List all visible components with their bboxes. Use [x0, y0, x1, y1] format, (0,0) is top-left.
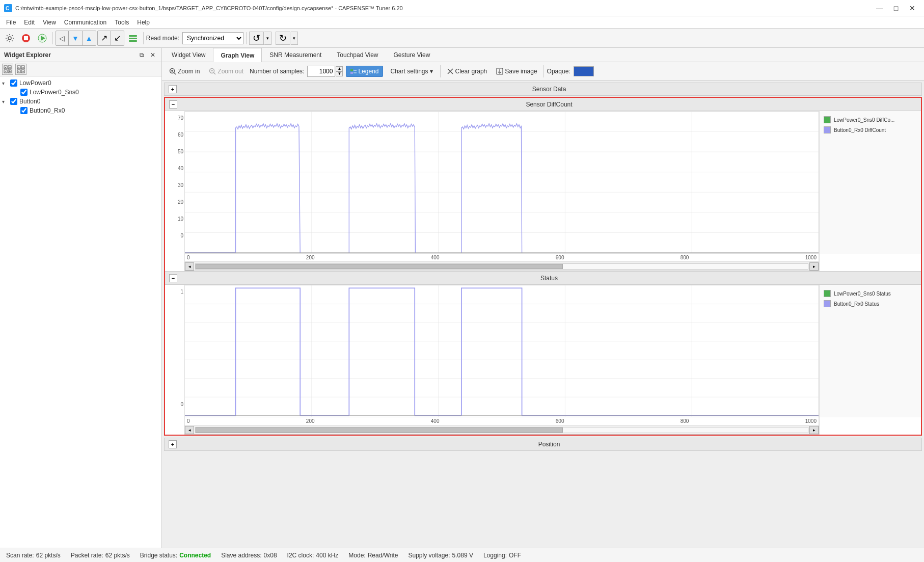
zoom-in-button[interactable]: Zoom in	[166, 66, 203, 76]
sx-400: 400	[429, 417, 442, 425]
scroll-right-btn[interactable]: ▸	[809, 262, 819, 271]
menu-help[interactable]: Help	[133, 18, 154, 27]
menu-tools[interactable]: Tools	[111, 18, 133, 27]
status-chart-title: Status	[181, 275, 917, 282]
mode-item: Mode: Read/Write	[348, 552, 398, 559]
tree-item-lowpower0-sns0[interactable]: LowPower0_Sns0	[12, 88, 159, 97]
checkbox-button0[interactable]	[10, 98, 17, 105]
we-close-button[interactable]: ✕	[148, 50, 157, 60]
sx-800: 800	[678, 417, 691, 425]
import-button[interactable]: ↙	[111, 31, 124, 46]
checkbox-lowpower0[interactable]	[10, 79, 17, 87]
down-button[interactable]: ▼	[68, 31, 83, 46]
status-legend-label-btn: Button0_Rx0 Status	[834, 301, 879, 307]
redo-dropdown[interactable]: ▾	[291, 32, 298, 45]
checkbox-button0-rx0[interactable]	[20, 107, 28, 114]
expand-lowpower0[interactable]: ▾	[2, 81, 10, 86]
tab-snr-measurement[interactable]: SNR Measurement	[262, 48, 329, 62]
diffcount-scrollbar[interactable]: ◂ ▸	[184, 262, 819, 271]
read-mode-select[interactable]: Synchronized Continuous On demand	[182, 32, 243, 44]
maximize-button[interactable]: □	[888, 1, 904, 15]
status-plot	[184, 285, 819, 417]
export-button[interactable]: ↗	[97, 31, 111, 46]
widget-tree: ▾ LowPower0 LowPower0_Sns0 ▾ Button0	[0, 76, 161, 548]
status-y-axis: 1 0	[165, 285, 184, 417]
samples-up[interactable]: ▲	[336, 66, 343, 71]
opaque-color-picker[interactable]	[574, 66, 594, 76]
menu-edit[interactable]: Edit	[20, 18, 39, 27]
samples-input[interactable]	[307, 66, 335, 77]
tree-item-button0-rx0[interactable]: Button0_Rx0	[12, 106, 159, 115]
gt-separator-1	[440, 65, 441, 77]
tree-item-lowpower0[interactable]: ▾ LowPower0	[2, 78, 159, 88]
scan-rate-value: 62 pkts/s	[36, 552, 61, 559]
y-label-40: 40	[178, 166, 183, 171]
tab-touchpad-view[interactable]: Touchpad View	[329, 48, 386, 62]
we-expand-all[interactable]	[2, 64, 13, 75]
status-collapse[interactable]: −	[169, 274, 177, 282]
sx-1000: 1000	[803, 417, 819, 425]
status-legend: LowPower0_Sns0 Status Button0_Rx0 Status	[819, 285, 921, 417]
undo-dropdown[interactable]: ▾	[264, 32, 271, 45]
tree-item-button0[interactable]: ▾ Button0	[2, 97, 159, 106]
zoom-out-button[interactable]: Zoom out	[206, 66, 247, 76]
status-header: − Status	[165, 272, 921, 285]
undo-button[interactable]: ↺	[249, 32, 264, 45]
diffcount-y-axis: 70 60 50 40 30 20 10 0	[165, 111, 184, 254]
menu-file[interactable]: File	[2, 18, 20, 27]
status-legend-bottom	[819, 417, 921, 435]
close-button[interactable]: ✕	[905, 1, 920, 15]
status-scroll-thumb[interactable]	[196, 427, 563, 433]
redo-button[interactable]: ↻	[276, 32, 290, 45]
mode-label: Mode:	[348, 552, 365, 559]
up-button[interactable]: ▲	[83, 31, 96, 46]
tab-graph-view[interactable]: Graph View	[213, 48, 262, 62]
scroll-track[interactable]	[195, 263, 808, 270]
position-expand[interactable]: +	[169, 440, 177, 448]
widget-explorer-header: Widget Explorer ⧉ ✕	[0, 48, 161, 62]
minimize-button[interactable]: —	[872, 1, 887, 15]
expand-button0[interactable]: ▾	[2, 99, 10, 104]
we-restore-button[interactable]: ⧉	[137, 50, 146, 60]
y-label-10: 10	[178, 216, 183, 222]
label-lowpower0: LowPower0	[19, 79, 51, 87]
status-scrollbar[interactable]: ◂ ▸	[184, 425, 819, 435]
sx-0: 0	[185, 417, 192, 425]
menu-communication[interactable]: Communication	[60, 18, 111, 27]
x-200: 200	[304, 254, 317, 261]
status-scroll-track[interactable]	[195, 427, 808, 433]
legend-button[interactable]: Legend	[346, 66, 383, 77]
we-collapse-all[interactable]	[15, 64, 26, 75]
status-legend-label-lp: LowPower0_Sns0 Status	[834, 291, 891, 297]
menu-view[interactable]: View	[39, 18, 60, 27]
scroll-thumb[interactable]	[196, 264, 563, 269]
packet-rate-value: 62 pkts/s	[105, 552, 130, 559]
list-view-button[interactable]	[125, 31, 141, 46]
svg-rect-4	[24, 36, 28, 40]
nav-group: ◁ ▼ ▲	[56, 31, 96, 46]
clear-graph-button[interactable]: Clear graph	[444, 66, 491, 76]
status-scroll-left[interactable]: ◂	[185, 426, 194, 434]
checkbox-lowpower0-sns0[interactable]	[20, 89, 28, 96]
children-button0: Button0_Rx0	[2, 106, 159, 115]
tab-widget-view[interactable]: Widget View	[164, 48, 213, 62]
y-label-0: 0	[180, 233, 183, 238]
slave-address-value: 0x08	[264, 552, 277, 559]
legend-label: Legend	[358, 68, 378, 75]
svg-rect-7	[129, 35, 137, 37]
chart-settings-button[interactable]: Chart settings ▾	[386, 66, 437, 76]
label-button0: Button0	[19, 98, 40, 105]
diffcount-collapse[interactable]: −	[169, 100, 177, 109]
sensor-data-expand[interactable]: +	[169, 85, 177, 93]
settings-button[interactable]	[2, 31, 17, 46]
tab-gesture-view[interactable]: Gesture View	[386, 48, 438, 62]
samples-down[interactable]: ▼	[336, 71, 343, 76]
status-scroll-right[interactable]: ▸	[809, 426, 819, 434]
title-bar: C C:/mtw/mtb-example-psoc4-msclp-low-pow…	[0, 0, 924, 16]
back-button[interactable]: ◁	[56, 31, 68, 46]
scroll-left-btn[interactable]: ◂	[185, 262, 194, 271]
save-image-button[interactable]: Save image	[493, 66, 540, 76]
supply-voltage-label: Supply voltage:	[409, 552, 450, 559]
stop-button[interactable]	[18, 31, 34, 46]
play-button[interactable]	[35, 31, 50, 46]
